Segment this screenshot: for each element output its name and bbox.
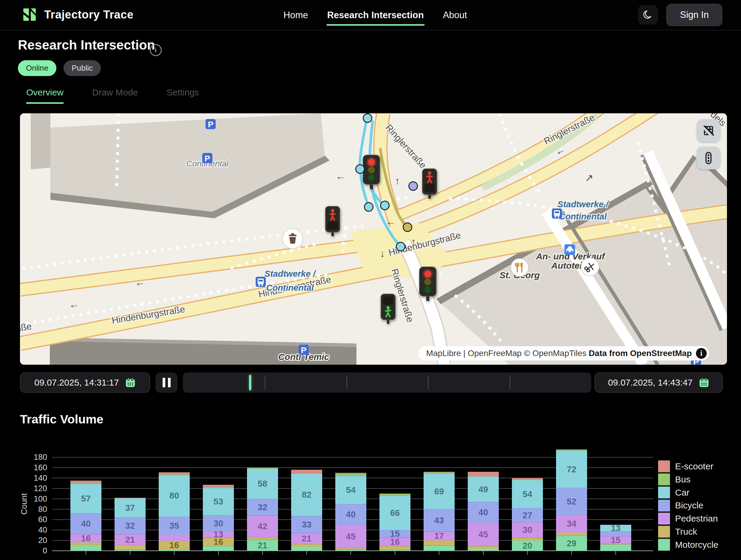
traffic-light-marker[interactable] <box>419 267 436 301</box>
badge-row: OnlinePublic <box>18 60 101 76</box>
bar-segment-value: 35 <box>170 521 179 531</box>
bar-segment-truck <box>115 545 146 550</box>
parking-icon <box>298 345 309 355</box>
trajectory-endpoint[interactable] <box>356 165 364 173</box>
poi-label: Stadtwerke / <box>557 200 609 209</box>
bar-segment-value: 52 <box>567 497 576 506</box>
legend-item-e-scooter: E-scooter <box>658 461 713 472</box>
bar-segment-truck <box>335 548 366 550</box>
nav-item-home[interactable]: Home <box>283 4 309 26</box>
x-axis-tick-label: 14:40 <box>475 557 499 560</box>
bar-segment-value: 45 <box>478 530 488 539</box>
nav-item-research-intersection[interactable]: Research Intersection <box>327 4 424 26</box>
x-axis-tick-label: 14:39 <box>431 557 455 560</box>
bar-segment-value: 33 <box>302 520 312 529</box>
attribution-info-icon[interactable]: i <box>696 348 707 359</box>
timeline-playhead[interactable] <box>249 375 251 390</box>
main-nav: HomeResearch IntersectionAbout <box>283 0 468 30</box>
bar-segment-bus <box>335 474 366 476</box>
x-axis-tick-label: 14:41 <box>520 557 543 560</box>
toggle-traffic-lights-button[interactable] <box>697 147 720 169</box>
bar-segment-value: 69 <box>434 487 444 496</box>
legend-swatch <box>658 474 670 485</box>
pedestrian-light-marker[interactable] <box>326 206 340 236</box>
bar-segment-truck <box>424 540 455 545</box>
tab-settings[interactable]: Settings <box>166 87 199 104</box>
tab-overview[interactable]: Overview <box>26 87 64 104</box>
parking-icon <box>202 153 212 163</box>
legend-item-pedestrian: Pedestrian <box>658 512 718 524</box>
toggle-grid-button[interactable] <box>697 119 720 142</box>
bar-segment-value: 21 <box>302 534 312 543</box>
traffic-light-marker[interactable] <box>363 155 380 189</box>
pedestrian-light-marker[interactable] <box>381 294 395 324</box>
pause-button[interactable] <box>155 372 178 393</box>
bar-segment-value: 13 <box>214 530 223 539</box>
bar-segment-truck <box>291 544 322 547</box>
bar-segment-value: 32 <box>125 521 135 531</box>
trajectory-endpoint[interactable] <box>409 182 418 191</box>
bar-segment-value: 15 <box>390 529 400 539</box>
bar-segment-e-scooter <box>203 485 234 487</box>
timeline-tick <box>428 375 429 390</box>
tab-draw-mode[interactable]: Draw Mode <box>92 87 138 104</box>
y-axis-tick-label: 120 <box>34 484 47 493</box>
bar-segment-motorcycle <box>291 547 322 551</box>
app-logo-icon <box>21 7 38 23</box>
road-direction-arrow: ← <box>68 298 80 310</box>
trajectory-endpoint[interactable] <box>403 223 412 232</box>
trajectory-endpoint[interactable] <box>364 203 373 211</box>
bar-segment-motorcycle <box>335 550 366 551</box>
y-axis-tick-label: 60 <box>38 515 47 524</box>
bar-segment-value: 45 <box>346 532 355 541</box>
bar-segment-motorcycle <box>70 545 102 551</box>
start-datetime-picker[interactable]: 09.07.2025, 14:31:17 <box>20 372 150 393</box>
trajectory-endpoint[interactable] <box>363 114 372 123</box>
timeline-track[interactable] <box>183 372 591 393</box>
grid-off-icon <box>702 124 715 137</box>
map-canvas[interactable]: P <box>20 113 727 365</box>
bar-segment-value: 57 <box>81 494 91 503</box>
x-axis-tick-label: 14:33 <box>166 557 190 560</box>
bar-segment-value: 54 <box>523 489 532 499</box>
bar-segment-truck <box>556 533 587 536</box>
info-icon[interactable]: i <box>150 44 162 56</box>
legend-item-bicycle: Bicycle <box>658 499 703 511</box>
delete-trajectory-button[interactable] <box>282 228 303 249</box>
bar-segment-motorcycle <box>424 546 455 551</box>
legend-swatch <box>658 539 670 551</box>
road-direction-arrow: ← <box>134 276 146 288</box>
nav-item-about[interactable]: About <box>443 4 468 26</box>
bar-segment-e-scooter <box>291 470 322 473</box>
poi-label: Continental <box>266 283 314 292</box>
trajectory-endpoint[interactable] <box>396 242 405 251</box>
bar-segment-value: 13 <box>611 523 620 533</box>
parking-icon <box>206 119 216 129</box>
pedestrian-light-marker[interactable] <box>422 169 437 199</box>
legend-label: Car <box>675 488 689 497</box>
x-axis-tick-label: 14:42 <box>564 557 588 560</box>
legend-label: Pedestrian <box>675 513 718 523</box>
bar-segment-motorcycle <box>380 550 410 551</box>
cut-trajectory-button[interactable] <box>581 258 599 276</box>
bar-segment-e-scooter <box>512 478 543 479</box>
trajectory-endpoint[interactable] <box>381 201 389 210</box>
bar-segment-value: 27 <box>523 510 532 520</box>
bar-segment-value: 66 <box>390 508 400 518</box>
x-axis-tick-label: 14:37 <box>343 557 367 560</box>
poi-label: Stadtwerke / <box>265 269 317 279</box>
x-axis-tick-label: 14:36 <box>299 557 323 560</box>
bar-segment-value: 15 <box>611 535 620 545</box>
sign-in-button[interactable]: Sign In <box>666 4 723 26</box>
map-base: P <box>20 113 727 365</box>
bar-segment-bus <box>159 474 190 475</box>
bar-segment-e-scooter <box>335 473 366 474</box>
theme-toggle-button[interactable] <box>638 5 658 25</box>
legend-item-motorcycle: Motorcycle <box>658 539 718 551</box>
bar-segment-value: 29 <box>567 539 576 548</box>
tab-bar: OverviewDraw ModeSettings <box>26 87 199 104</box>
end-datetime-picker[interactable]: 09.07.2025, 14:43:47 <box>595 372 723 393</box>
attribution-osm[interactable]: Data from OpenStreetMap <box>589 349 692 358</box>
legend-label: Motorcycle <box>675 540 718 550</box>
page-title: Research Intersection <box>18 38 155 53</box>
